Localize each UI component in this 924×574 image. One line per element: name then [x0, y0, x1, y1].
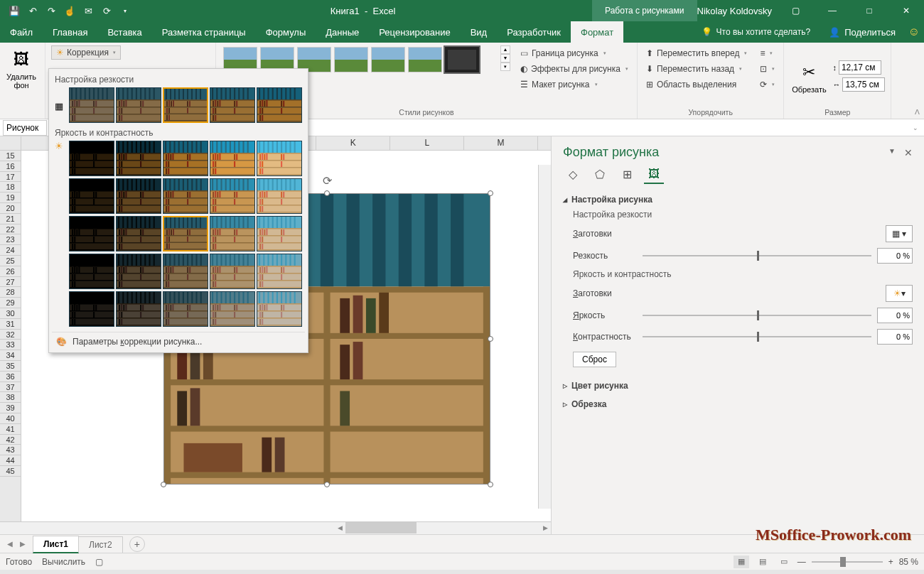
brightness-contrast-thumb[interactable]	[163, 178, 208, 214]
col-header[interactable]: K	[316, 136, 390, 150]
align-button[interactable]: ≡▾	[757, 45, 778, 61]
row-header[interactable]: 27	[0, 277, 21, 288]
brightness-value[interactable]	[877, 308, 913, 323]
send-backward-button[interactable]: ⬇Переместить назад▾	[643, 61, 750, 77]
row-header[interactable]: 26	[0, 266, 21, 277]
row-header[interactable]: 17	[0, 172, 21, 183]
contrast-value[interactable]	[877, 329, 913, 345]
row-header[interactable]: 41	[0, 424, 21, 435]
picture-effects-button[interactable]: ◐Эффекты для рисунка▾	[517, 61, 631, 77]
section-picture-corrections[interactable]: ◢Настройка рисунка	[563, 193, 913, 207]
sharpness-slider[interactable]	[643, 255, 871, 256]
row-header[interactable]: 32	[0, 330, 21, 340]
resize-handle[interactable]	[324, 482, 330, 487]
brightness-contrast-thumb[interactable]	[163, 254, 208, 289]
brightness-contrast-thumb[interactable]	[257, 141, 302, 176]
row-header[interactable]: 45	[0, 466, 21, 477]
brightness-contrast-thumb[interactable]	[69, 178, 114, 214]
rotate-handle-icon[interactable]: ⟳	[323, 174, 332, 188]
sharpness-thumb[interactable]	[210, 87, 255, 123]
tab-developer[interactable]: Разработчик	[497, 21, 571, 43]
brightness-contrast-thumb[interactable]	[210, 254, 255, 289]
row-header[interactable]: 35	[0, 361, 21, 372]
row-header[interactable]: 20	[0, 203, 21, 214]
row-header[interactable]: 44	[0, 455, 21, 466]
sheet-tab-1[interactable]: Лист1	[33, 536, 79, 553]
tab-pagelayout[interactable]: Разметка страницы	[152, 21, 256, 43]
row-header[interactable]: 43	[0, 445, 21, 455]
vertical-scrollbar[interactable]	[538, 165, 551, 509]
row-header[interactable]: 34	[0, 350, 21, 361]
section-crop[interactable]: ▷Обрезка	[563, 397, 913, 411]
sharpness-thumb[interactable]	[69, 87, 114, 123]
group-button[interactable]: ⊡▾	[757, 61, 778, 77]
brightness-contrast-thumb[interactable]	[116, 178, 161, 214]
scroll-thumb[interactable]	[345, 522, 417, 534]
tab-data[interactable]: Данные	[316, 21, 369, 43]
brightness-contrast-thumb[interactable]	[257, 216, 302, 251]
picture-style-thumb[interactable]	[371, 47, 405, 72]
tab-formulas[interactable]: Формулы	[256, 21, 316, 43]
feedback-icon[interactable]: ☺	[904, 21, 924, 43]
touch-icon[interactable]: ☝	[61, 2, 78, 19]
row-header[interactable]: 31	[0, 319, 21, 330]
sharpness-thumb[interactable]	[257, 87, 302, 123]
row-header[interactable]: 36	[0, 372, 21, 382]
brightness-contrast-thumb[interactable]	[163, 216, 208, 251]
macro-record-icon[interactable]: ▢	[95, 557, 103, 567]
pagebreak-view-icon[interactable]: ▭	[776, 556, 792, 568]
redo-icon[interactable]: ↷	[43, 2, 60, 19]
tell-me-search[interactable]: 💡 Что вы хотите сделать?	[692, 21, 821, 43]
row-header[interactable]: 42	[0, 435, 21, 445]
corrections-dropdown-button[interactable]: ☀ Коррекция ▾	[51, 45, 121, 60]
scroll-left-icon[interactable]: ◀	[334, 522, 345, 534]
share-button[interactable]: 👤 Поделиться	[820, 21, 904, 43]
row-header[interactable]: 33	[0, 340, 21, 350]
brightness-contrast-thumb[interactable]	[116, 291, 161, 327]
brightness-contrast-thumb[interactable]	[69, 216, 114, 251]
pagelayout-view-icon[interactable]: ▤	[755, 556, 770, 568]
selection-pane-button[interactable]: ⊞Область выделения	[643, 77, 750, 92]
width-input[interactable]	[842, 77, 885, 92]
undo-icon[interactable]: ↶	[24, 2, 41, 19]
pane-tab-size-icon[interactable]: ⊞	[617, 166, 637, 184]
resize-handle[interactable]	[161, 482, 166, 487]
pane-tab-picture-icon[interactable]: 🖼	[644, 166, 664, 184]
sharpness-preset-icon[interactable]: ▦	[55, 101, 63, 112]
resize-handle[interactable]	[488, 482, 493, 487]
qa-customize-icon[interactable]: ▾	[117, 2, 134, 19]
remove-background-button[interactable]: 🖼 Удалить фон	[6, 45, 37, 90]
save-icon[interactable]: 💾	[6, 2, 23, 19]
name-box[interactable]	[3, 120, 47, 136]
section-picture-color[interactable]: ▷Цвет рисунка	[563, 379, 913, 393]
row-header[interactable]: 28	[0, 287, 21, 298]
row-header[interactable]: 37	[0, 382, 21, 393]
zoom-slider[interactable]	[812, 561, 883, 563]
brightness-contrast-thumb[interactable]	[257, 178, 302, 214]
pane-close-icon[interactable]: ✕	[904, 147, 913, 158]
zoom-in-icon[interactable]: +	[888, 557, 893, 567]
row-header[interactable]: 29	[0, 298, 21, 308]
brightness-preset-icon[interactable]: ☀	[55, 141, 63, 151]
correction-options-button[interactable]: 🎨 Параметры коррекции рисунка...	[52, 332, 305, 350]
normal-view-icon[interactable]: ▦	[734, 556, 749, 568]
horizontal-scrollbar[interactable]: ◀ ▶	[0, 521, 551, 534]
row-header[interactable]: 16	[0, 161, 21, 172]
tab-insert[interactable]: Вставка	[97, 21, 151, 43]
add-sheet-button[interactable]: +	[129, 536, 145, 552]
brightness-contrast-thumb[interactable]	[69, 141, 114, 176]
row-header[interactable]: 23	[0, 234, 21, 245]
brightness-presets-button[interactable]: ☀ ▾	[886, 285, 913, 302]
brightness-slider[interactable]	[643, 315, 871, 316]
formula-expand-icon[interactable]: ⌄	[913, 124, 924, 131]
brightness-contrast-thumb[interactable]	[210, 291, 255, 327]
ribbon-display-icon[interactable]: ▢	[782, 0, 809, 21]
row-header[interactable]: 24	[0, 245, 21, 256]
tab-file[interactable]: Файл	[0, 21, 43, 43]
sharpness-value[interactable]	[877, 248, 913, 264]
brightness-contrast-thumb[interactable]	[116, 216, 161, 251]
contrast-slider[interactable]	[643, 336, 871, 337]
pane-tab-effects-icon[interactable]: ⬠	[590, 166, 610, 184]
resize-handle[interactable]	[488, 336, 493, 342]
user-name[interactable]: Nikolay Koldovsky	[697, 6, 773, 16]
